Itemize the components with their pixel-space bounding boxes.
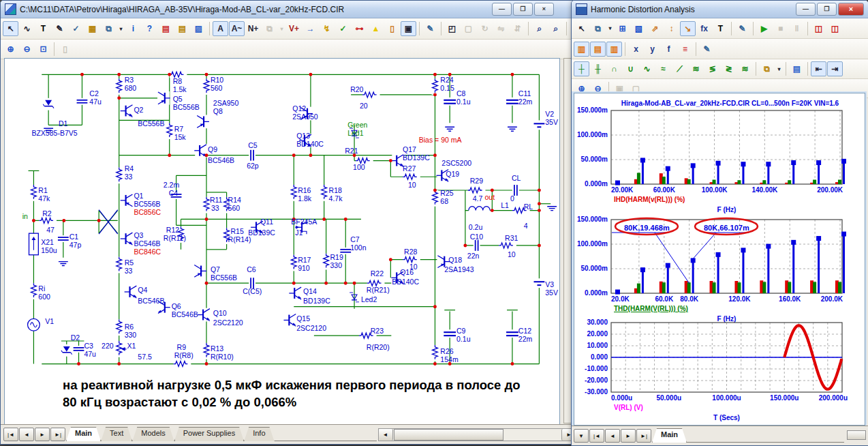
clipboard-shapes-icon[interactable]: ⧉ xyxy=(101,21,117,36)
crossing-icon[interactable]: ≶ xyxy=(704,61,720,76)
shapes-dropdown-icon[interactable]: ▾ xyxy=(117,21,125,36)
slope-icon[interactable]: ⟋ xyxy=(672,61,687,76)
scale-y-icon[interactable]: ↕ xyxy=(664,21,679,36)
pause-icon[interactable]: ‖ xyxy=(789,21,805,36)
show-power-icon[interactable]: ↯ xyxy=(319,21,335,36)
clipboard-dropdown-icon[interactable]: ▾ xyxy=(775,61,783,76)
close-button[interactable]: × xyxy=(838,3,864,16)
envelope-top-icon[interactable]: ≷ xyxy=(721,61,737,76)
show-node-numbers-icon[interactable]: N+ xyxy=(245,21,261,36)
valley-icon[interactable]: ∪ xyxy=(623,61,638,76)
close-button[interactable]: × xyxy=(534,3,554,16)
one-pane-icon[interactable]: ▥ xyxy=(574,42,589,57)
restore-button[interactable]: ❐ xyxy=(513,3,533,16)
check-tool-icon[interactable]: ✓ xyxy=(68,21,84,36)
right-titlebar[interactable]: Harmonic Distortion Analysis — ❐ × xyxy=(572,1,868,18)
sheet-tab-main[interactable]: Main xyxy=(66,427,101,441)
minimize-button[interactable]: — xyxy=(796,3,816,16)
stop-icon[interactable]: ■ xyxy=(773,21,788,36)
show-names-icon[interactable]: A~ xyxy=(229,21,245,36)
copy-icon[interactable]: ⧉ xyxy=(262,21,277,36)
zoom-in-icon[interactable]: ⊕ xyxy=(3,42,18,57)
flip-h-icon[interactable]: ⇋ xyxy=(493,21,509,36)
fft-plot-icon[interactable]: ◫ xyxy=(827,21,843,36)
select-tool-icon[interactable]: ↖ xyxy=(3,21,18,36)
text-tool-icon[interactable]: T xyxy=(35,21,51,36)
tab-nav-button[interactable]: ▼ xyxy=(574,429,589,443)
border-icon[interactable]: ▯ xyxy=(384,21,400,36)
find-part-icon[interactable]: ⌕ xyxy=(531,21,547,36)
scroll-left-icon[interactable]: ◄ xyxy=(379,429,393,441)
info-icon[interactable]: i xyxy=(125,21,141,36)
x-axis-settings-icon[interactable]: x xyxy=(628,42,644,57)
scroll-thumb[interactable] xyxy=(394,429,504,441)
plot-area[interactable]: 0.000m50.000m100.000m150.000m20.00K60.00… xyxy=(574,93,865,426)
tab-nav-button[interactable]: |◄ xyxy=(589,429,604,443)
sheet-info-icon[interactable]: ▨ xyxy=(191,21,206,36)
line-tool-icon[interactable]: ✎ xyxy=(52,21,67,36)
envelope-bottom-icon[interactable]: ≋ xyxy=(737,61,753,76)
left-titlebar[interactable]: C:\MC11\DATA\Petrov\Hiraga\HIRAGA_AB-35V… xyxy=(1,1,577,18)
sheet-tab-text[interactable]: Text xyxy=(101,427,132,441)
wire-tool-icon[interactable]: ∿ xyxy=(19,21,35,36)
sheet-tab-power-supplies[interactable]: Power Supplies xyxy=(174,427,244,441)
rise-icon[interactable]: ∿ xyxy=(639,61,655,76)
scale-x-icon[interactable]: ⇗ xyxy=(647,21,663,36)
select-all-icon[interactable]: ◰ xyxy=(444,21,460,36)
menu-icon[interactable]: ≡ xyxy=(677,42,693,57)
tab-nav-button[interactable]: ► xyxy=(621,429,636,443)
clipboard-icon[interactable]: ⧉ xyxy=(759,61,775,76)
rotate-icon[interactable]: ↻ xyxy=(477,21,493,36)
go-to-x-icon[interactable]: fx xyxy=(696,21,712,36)
page-icon[interactable]: ▯ xyxy=(57,42,73,57)
copy-dropdown-icon[interactable]: ▾ xyxy=(278,21,285,36)
fx-settings-icon[interactable]: f xyxy=(661,42,677,57)
show-attributes-icon[interactable]: A xyxy=(213,21,228,36)
show-voltages-icon[interactable]: V+ xyxy=(286,21,302,36)
zoom-out-icon[interactable]: ⊖ xyxy=(19,42,35,57)
tab-nav-button[interactable]: ► xyxy=(35,428,50,441)
plot-tab-main[interactable]: Main xyxy=(652,428,687,443)
cursor-track-icon[interactable]: ┼ xyxy=(574,61,589,76)
cursor-right-icon[interactable]: ⇥ xyxy=(827,61,843,76)
properties-icon[interactable]: ✎ xyxy=(422,21,438,36)
perf-plot-icon[interactable]: ◫ xyxy=(811,21,826,36)
data-points-icon[interactable]: ▤ xyxy=(789,61,805,76)
find-icon[interactable]: ⌕ xyxy=(548,21,563,36)
select-mode-icon[interactable]: ↖ xyxy=(574,21,589,36)
cursor-next-icon[interactable]: ╫ xyxy=(590,61,606,76)
show-currents-icon[interactable]: → xyxy=(303,21,318,36)
tab-nav-button[interactable]: ◄ xyxy=(605,429,620,443)
warning-icon[interactable]: ▲ xyxy=(368,21,384,36)
peak-icon[interactable]: ∩ xyxy=(606,61,622,76)
horizontal-scrollbar[interactable]: ◄► xyxy=(378,428,577,441)
properties-icon[interactable]: ✎ xyxy=(734,21,750,36)
help-icon[interactable]: ? xyxy=(142,21,157,36)
tab-nav-button[interactable]: ►| xyxy=(636,429,651,443)
bus-icon[interactable]: ▦ xyxy=(84,21,100,36)
overlay-pane-icon[interactable]: ▥ xyxy=(606,42,622,57)
group-icon[interactable]: ▢ xyxy=(461,21,476,36)
show-pin-connections-icon[interactable]: ⊶ xyxy=(352,21,367,36)
sheet-tab-models[interactable]: Models xyxy=(132,427,174,441)
tab-nav-button[interactable]: |◄ xyxy=(3,428,18,441)
clipboard-shapes-icon[interactable]: ⧉ xyxy=(590,21,606,36)
shapes-dropdown-icon[interactable]: ▾ xyxy=(606,21,614,36)
stacked-pane-icon[interactable]: ▤ xyxy=(590,42,606,57)
minimize-button[interactable]: — xyxy=(492,3,512,16)
zoom-area-icon[interactable]: ▧ xyxy=(631,21,647,36)
schematic-canvas[interactable]: на реактивной нагрузке 0,5 мкФ искажения… xyxy=(4,58,560,425)
sheet-tab-info[interactable]: Info xyxy=(244,427,274,441)
scroll-thumb[interactable] xyxy=(847,430,866,440)
run-icon[interactable]: ▶ xyxy=(756,21,772,36)
fall-icon[interactable]: ≈ xyxy=(655,61,671,76)
edit-plot-icon[interactable]: ✎ xyxy=(699,42,715,57)
inflection-icon[interactable]: ≋ xyxy=(688,61,704,76)
tab-nav-button[interactable]: ◄ xyxy=(19,428,34,441)
cursor-mode-icon[interactable]: ↘ xyxy=(680,21,696,36)
flip-v-icon[interactable]: ⇵ xyxy=(510,21,525,36)
zoom-select-icon[interactable]: ⊞ xyxy=(615,21,630,36)
cursor-left-icon[interactable]: ⇤ xyxy=(811,61,826,76)
model-list-icon[interactable]: ▤ xyxy=(158,21,174,36)
y-axis-settings-icon[interactable]: y xyxy=(645,42,660,57)
